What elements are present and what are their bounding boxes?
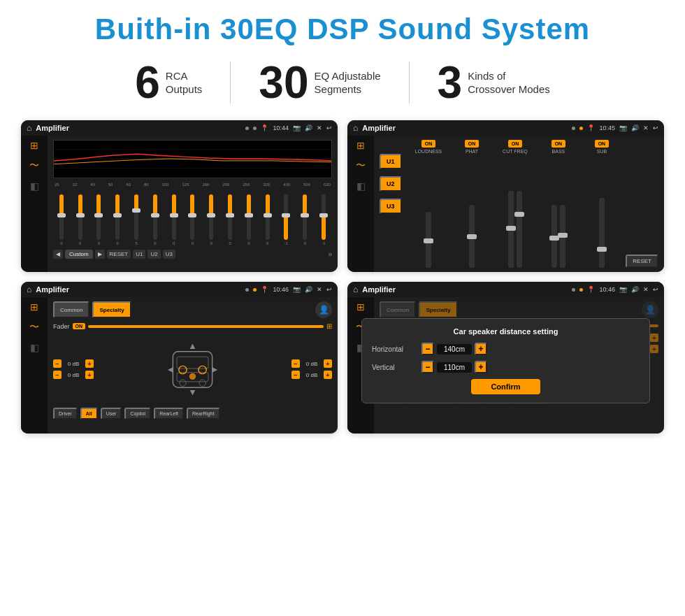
speaker-dot-1 (245, 288, 249, 292)
crossover-vol-icon: 🔊 (631, 124, 639, 131)
eq-prev-btn[interactable]: ◀ (53, 250, 63, 259)
dialog-vertical-value: 110cm (437, 362, 472, 373)
eq-u2-btn[interactable]: U2 (147, 250, 160, 259)
db-value-4: 0 dB (302, 372, 322, 378)
eq-play-btn[interactable]: ▶ (95, 250, 105, 259)
dialog-horizontal-plus[interactable]: + (475, 343, 487, 355)
eq-reset-btn[interactable]: RESET (107, 250, 131, 259)
eq-slider-9: 0 (222, 194, 238, 245)
u3-btn[interactable]: U3 (380, 199, 402, 214)
svg-point-11 (189, 373, 196, 379)
dialog-horizontal-minus[interactable]: − (421, 343, 434, 355)
dialog-vertical-plus[interactable]: + (475, 361, 487, 373)
dialog-vol-icon: 🔊 (631, 286, 639, 293)
stat-rca: 6 RCAOutputs (107, 60, 230, 105)
eq-u1-btn[interactable]: U1 (133, 250, 145, 259)
stat-eq-number: 30 (259, 60, 308, 105)
car-diagram (99, 334, 286, 404)
eq-slider-6: 0 (166, 194, 182, 245)
rearleft-btn[interactable]: RearLeft (154, 408, 184, 420)
eq-freq-32: 32 (73, 182, 78, 187)
stat-rca-label: RCAOutputs (166, 69, 203, 96)
crossover-dot-1 (572, 127, 575, 130)
eq-slider-8: 0 (203, 194, 219, 245)
user-btn[interactable]: User (101, 408, 122, 420)
speaker-main-area: Common Specialty 👤 Fader ON ⊞ (48, 297, 338, 434)
u2-btn[interactable]: U2 (380, 176, 402, 192)
dialog-horizontal-stepper: − 140cm + (421, 343, 487, 355)
eq-screen-content: ⊞ 〜 ◧ (21, 136, 338, 272)
eq-title: Amplifier (36, 124, 241, 132)
svg-marker-13 (190, 390, 196, 396)
db-value-2: 0 dB (64, 372, 83, 378)
eq-freq-25: 25 (55, 182, 59, 187)
eq-u3-btn[interactable]: U3 (163, 250, 175, 259)
speaker-camera-icon: 📷 (293, 286, 301, 293)
fader-slider[interactable] (88, 325, 324, 328)
driver-btn[interactable]: Driver (53, 408, 78, 420)
db-value-3: 0 dB (302, 361, 322, 367)
u1-btn[interactable]: U1 (380, 154, 402, 169)
eq-freq-80: 80 (144, 182, 149, 187)
eq-time: 10:44 (273, 124, 289, 131)
loudness-on[interactable]: ON (421, 140, 436, 148)
screenshots-grid: ⌂ Amplifier 📍 10:44 📷 🔊 ✕ ↩ ⊞ 〜 ◧ (21, 120, 664, 434)
cutfreq-on[interactable]: ON (508, 140, 523, 148)
bass-channel: ON BASS (538, 140, 578, 268)
copilot-btn[interactable]: Copilot (124, 408, 151, 420)
person-icon: 👤 (315, 301, 332, 318)
loudness-channel: ON LOUDNESS (409, 140, 449, 268)
speaker-time: 10:46 (273, 286, 289, 293)
crossover-home-icon: ⌂ (353, 123, 358, 133)
speaker-screen-content: ⊞ 〜 ◧ Common Specialty 👤 Fader ON (21, 297, 338, 434)
dialog-horizontal-row: Horizontal − 140cm + (372, 343, 640, 355)
db-plus-4[interactable]: + (324, 371, 332, 379)
eq-sidebar: ⊞ 〜 ◧ (21, 136, 48, 272)
dialog-home-icon: ⌂ (353, 285, 358, 294)
db-plus-3[interactable]: + (324, 359, 332, 368)
eq-slider-2: 0 (91, 194, 108, 245)
rearright-btn[interactable]: RearRight (187, 408, 220, 420)
db-minus-2[interactable]: − (53, 371, 62, 379)
dialog-pin-icon: 📍 (587, 286, 595, 293)
cutfreq-channel: ON CUT FREQ (495, 140, 535, 268)
speaker-left-controls: − 0 dB + − 0 dB + (53, 359, 94, 379)
crossover-title: Amplifier (362, 124, 568, 132)
dialog-vertical-minus[interactable]: − (421, 361, 434, 373)
dialog-confirm-button[interactable]: Confirm (471, 379, 540, 394)
crossover-dot-2 (579, 127, 583, 130)
fader-icon: ⊞ (326, 322, 332, 330)
eq-freq-labels: 25 32 40 50 63 80 100 125 160 200 250 32… (53, 182, 332, 187)
crossover-reset-btn[interactable]: RESET (626, 255, 658, 268)
dialog-modal-title: Car speaker distance setting (372, 327, 640, 336)
sub-on[interactable]: ON (595, 140, 610, 148)
crossover-sidebar-icon-2: 〜 (356, 159, 366, 172)
stat-crossover-label: Kinds ofCrossover Modes (468, 69, 550, 96)
phat-on[interactable]: ON (465, 140, 480, 148)
dialog-vertical-label: Vertical (372, 364, 417, 371)
db-plus-1[interactable]: + (85, 359, 94, 368)
crossover-sidebar: ⊞ 〜 ◧ (347, 136, 374, 272)
crossover-channels: ON LOUDNESS ON PHAT (409, 140, 622, 268)
common-tab[interactable]: Common (53, 301, 89, 318)
all-btn[interactable]: All (80, 408, 98, 420)
bass-on[interactable]: ON (551, 140, 566, 148)
speaker-dot-2 (253, 288, 257, 292)
speaker-pin-icon: 📍 (261, 286, 268, 293)
db-minus-4[interactable]: − (291, 371, 300, 379)
eq-freq-160: 160 (202, 182, 209, 187)
specialty-tab[interactable]: Specialty (92, 301, 131, 318)
speaker-home-icon: ⌂ (27, 285, 31, 294)
eq-x-icon: ✕ (317, 124, 322, 131)
fader-on-badge: ON (73, 323, 86, 329)
db-minus-3[interactable]: − (291, 359, 300, 368)
sub-label: SUB (597, 149, 607, 154)
db-plus-2[interactable]: + (85, 371, 94, 379)
eq-custom-btn[interactable]: Custom (65, 250, 93, 259)
db-minus-1[interactable]: − (53, 359, 62, 368)
eq-back-icon: ↩ (326, 124, 332, 131)
eq-main-area: 25 32 40 50 63 80 100 125 160 200 250 32… (48, 136, 338, 272)
dialog-horizontal-label: Horizontal (372, 345, 417, 353)
dialog-horizontal-value: 140cm (437, 344, 472, 354)
eq-slider-7: 0 (185, 194, 201, 245)
